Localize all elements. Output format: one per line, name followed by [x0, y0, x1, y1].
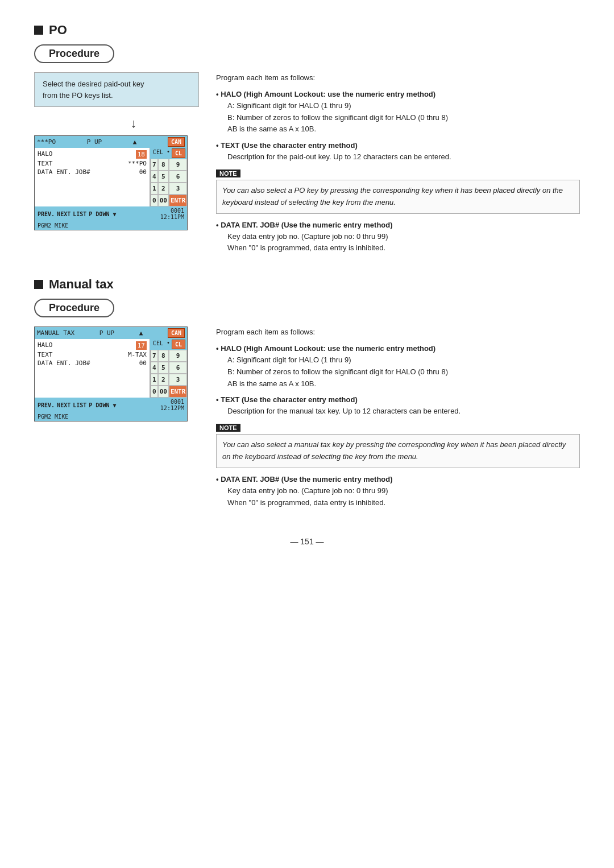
- manual-tax-key-3[interactable]: 3: [169, 374, 188, 386]
- po-key-00[interactable]: 00: [158, 195, 169, 206]
- po-key-1[interactable]: 1: [151, 183, 158, 195]
- po-key-3[interactable]: 3: [169, 183, 188, 195]
- manual-tax-key-4[interactable]: 4: [151, 362, 158, 374]
- po-key-entr[interactable]: ENTR: [169, 195, 188, 206]
- po-bullet3-title: • DATA ENT. JOB# (Use the numeric entry …: [216, 221, 580, 229]
- po-key-6[interactable]: 6: [169, 171, 188, 183]
- manual-tax-bullet1-title: • HALO (High Amount Lockout: use the num…: [216, 344, 580, 353]
- po-cl-button[interactable]: CL: [172, 148, 185, 158]
- po-bullet3-line2: When "0" is programmed, data entry is in…: [227, 242, 580, 254]
- manual-tax-data-value: 00: [139, 359, 147, 367]
- po-bullet2-line1: Description for the paid-out key. Up to …: [227, 151, 580, 163]
- manual-tax-key-9[interactable]: 9: [169, 350, 188, 362]
- manual-tax-nav-next[interactable]: NEXT: [57, 402, 70, 408]
- po-halo-value: 18: [136, 150, 147, 159]
- po-footer-clock: 12:11PM: [160, 214, 184, 220]
- po-key-2[interactable]: 2: [158, 183, 169, 195]
- manual-tax-bullet1-line2: B: Number of zeros to follow the signifi…: [227, 366, 580, 378]
- po-bullet2: • TEXT (Use the character entry method) …: [216, 141, 580, 163]
- po-halo-label: HALO: [38, 150, 53, 159]
- po-key-8[interactable]: 8: [158, 159, 169, 171]
- manual-tax-content-area: MANUAL TAX P UP ▲ CAN HALO 17 TEX: [34, 326, 580, 514]
- po-nav-prev[interactable]: PREV.: [38, 211, 55, 217]
- manual-tax-halo-label: HALO: [38, 341, 53, 350]
- manual-tax-terminal: MANUAL TAX P UP ▲ CAN HALO 17 TEX: [34, 326, 188, 421]
- manual-tax-halo-value: 17: [136, 341, 147, 350]
- manual-tax-nav-buttons: PREV. NEXT LIST P DOWN ▼: [38, 402, 116, 408]
- po-terminal-left: HALO 18 TEXT ***PO DATA ENT. JOB# 00: [35, 148, 150, 206]
- po-text-value: ***PO: [128, 160, 147, 167]
- manual-tax-numpad: 7 8 9 4 5 6 1 2 3 0 00 ENTR: [150, 350, 187, 398]
- manual-tax-bullet3-line1: Key data entry job no. (Capture job no: …: [227, 485, 580, 497]
- manual-tax-key-0[interactable]: 0: [151, 386, 158, 398]
- po-terminal: ***PO P UP ▲ CAN HALO 18 TEXT: [34, 135, 188, 230]
- manual-tax-time-info: 0001 12:12PM: [160, 399, 184, 411]
- po-time-info: 0001 12:11PM: [160, 208, 184, 220]
- po-footer-record: 0001: [160, 208, 184, 214]
- manual-tax-bullet3-line2: When "0" is programmed, data entry is in…: [227, 497, 580, 509]
- procedure-badge-po: Procedure: [34, 44, 114, 63]
- manual-tax-cl-button[interactable]: CL: [172, 340, 185, 349]
- manual-tax-bullet2-line1: Description for the manual tax key. Up t…: [227, 406, 580, 418]
- manual-tax-terminal-footer: PREV. NEXT LIST P DOWN ▼ 0001 12:12PM: [35, 398, 187, 412]
- po-note-block: NOTE You can also select a PO key by pre…: [216, 169, 580, 214]
- manual-tax-bullet3-body: Key data entry job no. (Capture job no: …: [227, 485, 580, 509]
- manual-tax-footer-line2: PGM2 MIKE: [35, 412, 187, 421]
- po-nav-list[interactable]: LIST: [73, 211, 86, 217]
- po-bullet1-line1: A: Significant digit for HALO (1 thru 9): [227, 100, 580, 112]
- po-text-row: TEXT ***PO: [38, 159, 147, 168]
- manual-tax-data-label: DATA ENT. JOB#: [38, 359, 90, 367]
- po-note-label: NOTE: [216, 170, 240, 177]
- manual-tax-bullet1-line3: AB is the same as A x 10B.: [227, 378, 580, 390]
- manual-tax-nav-pdown[interactable]: P DOWN ▼: [89, 402, 116, 408]
- po-data-row: DATA ENT. JOB# 00: [38, 168, 147, 176]
- po-key-0[interactable]: 0: [151, 195, 158, 206]
- manual-tax-key-00[interactable]: 00: [158, 386, 169, 398]
- po-key-9[interactable]: 9: [169, 159, 188, 171]
- po-bullet3-line1: Key data entry job no. (Capture job no: …: [227, 231, 580, 243]
- manual-tax-bullet2-title: • TEXT (Use the character entry method): [216, 395, 580, 404]
- manual-tax-bullet3-title: • DATA ENT. JOB# (Use the numeric entry …: [216, 475, 580, 483]
- po-halo-row: HALO 18: [38, 150, 147, 159]
- section-po: PO Procedure Select the desired paid-out…: [34, 23, 580, 260]
- po-terminal-label: ***PO: [37, 138, 56, 146]
- manual-tax-footer-record: 0001: [160, 399, 184, 405]
- manual-tax-key-8[interactable]: 8: [158, 350, 169, 362]
- po-key-4[interactable]: 4: [151, 171, 158, 183]
- manual-tax-key-7[interactable]: 7: [151, 350, 158, 362]
- po-data-value: 00: [139, 168, 147, 176]
- manual-tax-nav-prev[interactable]: PREV.: [38, 402, 55, 408]
- po-footer-line2: PGM2 MIKE: [35, 221, 187, 230]
- section-square-po: [34, 26, 43, 35]
- po-nav-pdown[interactable]: P DOWN ▼: [89, 211, 116, 217]
- manual-tax-terminal-pup: P UP: [99, 329, 115, 337]
- page-footer: — 151 —: [34, 537, 580, 546]
- manual-tax-terminal-left: HALO 17 TEXT M-TAX DATA ENT. JOB# 00: [35, 339, 150, 398]
- manual-tax-key-2[interactable]: 2: [158, 374, 169, 386]
- manual-tax-bullet3: • DATA ENT. JOB# (Use the numeric entry …: [216, 475, 580, 509]
- po-key-5[interactable]: 5: [158, 171, 169, 183]
- manual-tax-text-value: M-TAX: [128, 351, 147, 358]
- manual-tax-key-1[interactable]: 1: [151, 374, 158, 386]
- manual-tax-can-button[interactable]: CAN: [168, 328, 185, 338]
- manual-tax-terminal-arrow: ▲: [139, 329, 143, 337]
- po-bullet3-body: Key data entry job no. (Capture job no: …: [227, 231, 580, 255]
- manual-tax-nav-list[interactable]: LIST: [73, 402, 86, 408]
- manual-tax-key-6[interactable]: 6: [169, 362, 188, 374]
- po-bullet2-title: • TEXT (Use the character entry method): [216, 141, 580, 150]
- po-right-col: Program each item as follows: • HALO (Hi…: [216, 72, 580, 260]
- po-key-7[interactable]: 7: [151, 159, 158, 171]
- manual-tax-key-5[interactable]: 5: [158, 362, 169, 374]
- po-bullet1-line2: B: Number of zeros to follow the signifi…: [227, 112, 580, 124]
- section-manual-tax: Manual tax Procedure MANUAL TAX P UP ▲ C…: [34, 277, 580, 514]
- manual-tax-cel-indicator: CEL: [151, 340, 165, 349]
- po-note-text: You can also select a PO key by pressing…: [216, 180, 580, 214]
- manual-tax-terminal-header: MANUAL TAX P UP ▲ CAN: [35, 327, 187, 339]
- po-nav-next[interactable]: NEXT: [57, 211, 70, 217]
- po-text-label: TEXT: [38, 160, 53, 167]
- manual-tax-bullet2: • TEXT (Use the character entry method) …: [216, 395, 580, 418]
- po-arrow-down: ↓: [68, 116, 199, 131]
- manual-tax-bullet1-body: A: Significant digit for HALO (1 thru 9)…: [227, 354, 580, 390]
- po-can-button[interactable]: CAN: [168, 137, 185, 147]
- manual-tax-key-entr[interactable]: ENTR: [169, 386, 188, 398]
